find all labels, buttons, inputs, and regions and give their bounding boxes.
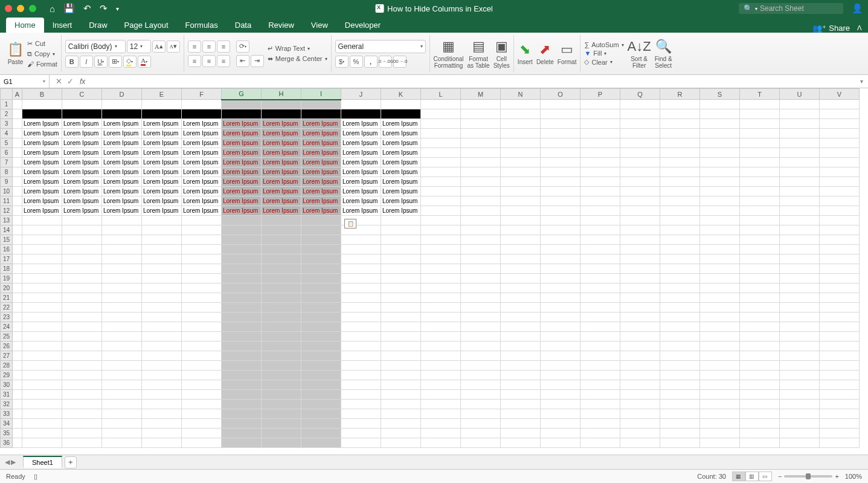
- cell-I3[interactable]: Lorem Ipsum: [301, 119, 341, 129]
- cell-S2[interactable]: [700, 109, 740, 119]
- cell-B17[interactable]: [22, 254, 62, 264]
- cell-I12[interactable]: Lorem Ipsum: [301, 206, 341, 216]
- cell-D20[interactable]: [102, 284, 142, 293]
- cell-G29[interactable]: [222, 371, 262, 380]
- cell-U13[interactable]: [780, 216, 820, 225]
- cell-I2[interactable]: [301, 109, 341, 119]
- cell-I7[interactable]: Lorem Ipsum: [301, 158, 341, 167]
- name-box[interactable]: G1 ▾: [0, 75, 50, 88]
- cell-O21[interactable]: [541, 293, 580, 303]
- cell-N29[interactable]: [501, 371, 541, 380]
- cell-F20[interactable]: [182, 284, 222, 293]
- cell-T13[interactable]: [740, 216, 780, 225]
- cell-O31[interactable]: [541, 390, 580, 400]
- format-painter-button[interactable]: 🖌Format: [27, 60, 57, 68]
- cell-P23[interactable]: [580, 313, 620, 322]
- cell-I21[interactable]: [301, 293, 341, 303]
- cell-U27[interactable]: [780, 351, 820, 361]
- zoom-thumb[interactable]: [806, 473, 811, 479]
- row-header-33[interactable]: 33: [1, 409, 13, 419]
- cell-P18[interactable]: [580, 264, 620, 274]
- cell-B11[interactable]: Lorem Ipsum: [22, 196, 62, 206]
- cell-N36[interactable]: [501, 438, 541, 448]
- cell-D25[interactable]: [102, 332, 142, 342]
- cell-F25[interactable]: [182, 332, 222, 342]
- cell-U34[interactable]: [780, 419, 820, 429]
- col-header-U[interactable]: U: [780, 89, 820, 100]
- align-top-button[interactable]: ≡: [188, 41, 201, 53]
- row-header-28[interactable]: 28: [1, 361, 13, 371]
- cell-V22[interactable]: [820, 303, 860, 313]
- cell-C4[interactable]: Lorem Ipsum: [62, 129, 102, 138]
- cell-A5[interactable]: [13, 138, 22, 148]
- format-cells-button[interactable]: ▭Format: [558, 42, 577, 65]
- col-header-B[interactable]: B: [22, 89, 62, 100]
- cell-E15[interactable]: [142, 235, 182, 245]
- cell-S20[interactable]: [700, 284, 740, 293]
- cell-A14[interactable]: [13, 225, 22, 235]
- cell-Q28[interactable]: [620, 361, 660, 371]
- cell-O11[interactable]: [541, 196, 580, 206]
- cell-I32[interactable]: [301, 400, 341, 409]
- cell-G15[interactable]: [222, 235, 262, 245]
- cell-M34[interactable]: [461, 419, 501, 429]
- cell-P6[interactable]: [580, 148, 620, 158]
- cell-S35[interactable]: [700, 429, 740, 438]
- cell-S18[interactable]: [700, 264, 740, 274]
- cell-G20[interactable]: [222, 284, 262, 293]
- cell-U11[interactable]: [780, 196, 820, 206]
- cell-K11[interactable]: Lorem Ipsum: [381, 196, 421, 206]
- cell-D30[interactable]: [102, 380, 142, 390]
- cut-button[interactable]: ✂Cut: [27, 40, 57, 48]
- cell-S8[interactable]: [700, 167, 740, 177]
- cell-N31[interactable]: [501, 390, 541, 400]
- cell-V27[interactable]: [820, 351, 860, 361]
- col-header-H[interactable]: H: [262, 89, 301, 100]
- cell-M20[interactable]: [461, 284, 501, 293]
- cell-S9[interactable]: [700, 177, 740, 187]
- cell-E13[interactable]: [142, 216, 182, 225]
- underline-button[interactable]: U▾: [94, 56, 108, 68]
- col-header-Q[interactable]: Q: [620, 89, 660, 100]
- cell-A22[interactable]: [13, 303, 22, 313]
- cell-N5[interactable]: [501, 138, 541, 148]
- row-header-16[interactable]: 16: [1, 245, 13, 254]
- cell-B4[interactable]: Lorem Ipsum: [22, 129, 62, 138]
- cell-P15[interactable]: [580, 235, 620, 245]
- cell-L33[interactable]: [421, 409, 461, 419]
- cell-I5[interactable]: Lorem Ipsum: [301, 138, 341, 148]
- cell-V32[interactable]: [820, 400, 860, 409]
- cell-N4[interactable]: [501, 129, 541, 138]
- cell-C10[interactable]: Lorem Ipsum: [62, 187, 102, 196]
- cell-E26[interactable]: [142, 342, 182, 351]
- col-header-C[interactable]: C: [62, 89, 102, 100]
- cell-V16[interactable]: [820, 245, 860, 254]
- cell-I24[interactable]: [301, 322, 341, 332]
- cell-V23[interactable]: [820, 313, 860, 322]
- cell-L27[interactable]: [421, 351, 461, 361]
- cell-J29[interactable]: [341, 371, 381, 380]
- cell-K22[interactable]: [381, 303, 421, 313]
- cell-M6[interactable]: [461, 148, 501, 158]
- cell-R4[interactable]: [660, 129, 700, 138]
- cell-N7[interactable]: [501, 158, 541, 167]
- cell-J36[interactable]: [341, 438, 381, 448]
- cell-D6[interactable]: Lorem Ipsum: [102, 148, 142, 158]
- cell-P8[interactable]: [580, 167, 620, 177]
- cell-G19[interactable]: [222, 274, 262, 284]
- cell-E8[interactable]: Lorem Ipsum: [142, 167, 182, 177]
- cell-G17[interactable]: [222, 254, 262, 264]
- cell-S11[interactable]: [700, 196, 740, 206]
- cell-D13[interactable]: [102, 216, 142, 225]
- col-header-G[interactable]: G: [222, 89, 262, 100]
- align-right-button[interactable]: ≡: [217, 55, 230, 67]
- cell-H21[interactable]: [262, 293, 301, 303]
- cell-A29[interactable]: [13, 371, 22, 380]
- cell-V17[interactable]: [820, 254, 860, 264]
- bold-button[interactable]: B: [65, 56, 79, 68]
- cell-V29[interactable]: [820, 371, 860, 380]
- cell-R16[interactable]: [660, 245, 700, 254]
- cell-S3[interactable]: [700, 119, 740, 129]
- cell-B23[interactable]: [22, 313, 62, 322]
- cell-B33[interactable]: [22, 409, 62, 419]
